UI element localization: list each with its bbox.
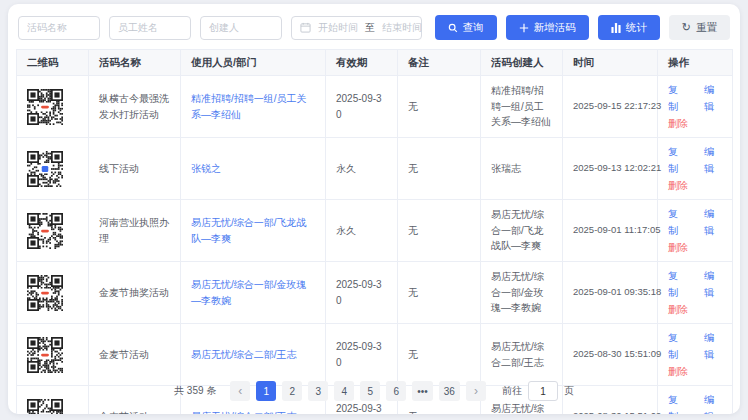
table-row: 纵横古今最强洗发水打折活动 精准招聘/招聘一组/员工关系—李绍仙 2025-09… — [17, 76, 733, 138]
created-time-cell: 2025-09-01 11:17:05 — [563, 200, 658, 262]
column-header: 活码名称 — [89, 50, 181, 76]
copy-link[interactable]: 复制 — [668, 81, 686, 115]
creator-cell: 易店无忧/综合二部/王志 — [481, 324, 563, 386]
column-header: 操作 — [658, 50, 733, 76]
delete-link[interactable]: 删除 — [668, 301, 688, 318]
user-dept-link[interactable]: 张锐之 — [191, 163, 221, 174]
code-name-cell: 线下活动 — [89, 138, 181, 200]
live-code-panel: 开始时间 至 结束时间 查询 新增活码 — [8, 4, 740, 414]
delete-link[interactable]: 删除 — [668, 363, 688, 380]
reset-button[interactable]: ↻ 重置 — [669, 15, 730, 40]
code-name-cell: 金麦节活动 — [89, 324, 181, 386]
edit-link[interactable]: 编辑 — [704, 205, 722, 239]
code-name-cell: 纵横古今最强洗发水打折活动 — [89, 76, 181, 138]
creator-input[interactable] — [200, 16, 282, 40]
delete-link[interactable]: 删除 — [668, 177, 688, 194]
date-start-placeholder: 开始时间 — [318, 21, 358, 35]
search-icon — [448, 23, 458, 33]
column-header: 备注 — [398, 50, 481, 76]
qr-code-image — [27, 89, 78, 125]
page-button[interactable]: 6 — [386, 381, 406, 401]
copy-link[interactable]: 复制 — [668, 329, 686, 363]
qr-code-image — [27, 275, 78, 311]
page-button[interactable]: ••• — [412, 381, 433, 401]
copy-link[interactable]: 复制 — [668, 143, 686, 177]
page-jumper: 前往 页 — [502, 381, 574, 401]
table-row: 河南营业执照办理 易店无忧/综合一部/飞龙战队—李爽 永久 无 易店无忧/综合一… — [17, 200, 733, 262]
user-dept-link[interactable]: 精准招聘/招聘一组/员工关系—李绍仙 — [191, 93, 307, 120]
created-time-cell: 2025-09-01 09:35:18 — [563, 262, 658, 324]
prev-page-button[interactable]: ‹ — [230, 381, 250, 401]
column-header: 活码创建人 — [481, 50, 563, 76]
qr-code-image — [27, 151, 78, 187]
page-button[interactable]: 2 — [282, 381, 302, 401]
table-header-row: 二维码活码名称使用人员/部门有效期备注活码创建人时间操作 — [17, 50, 733, 76]
date-range-picker[interactable]: 开始时间 至 结束时间 — [291, 16, 422, 40]
qr-code-image — [27, 213, 78, 249]
page-number-buttons: 123456•••36 — [256, 381, 460, 401]
add-live-code-button[interactable]: 新增活码 — [506, 15, 589, 40]
user-dept-link[interactable]: 易店无忧/综合一部/金玫瑰—李教婉 — [191, 279, 307, 306]
validity-cell: 2025-09-30 — [326, 324, 398, 386]
code-name-input[interactable] — [18, 16, 100, 40]
validity-cell: 永久 — [326, 200, 398, 262]
filter-bar: 开始时间 至 结束时间 查询 新增活码 — [8, 4, 740, 49]
validity-cell: 2025-09-30 — [326, 262, 398, 324]
page-button[interactable]: 4 — [334, 381, 354, 401]
remark-cell: 无 — [398, 200, 481, 262]
live-code-table-wrap: 二维码活码名称使用人员/部门有效期备注活码创建人时间操作 纵横古今最强洗发水打折… — [8, 49, 740, 414]
table-row: 线下活动 张锐之 永久 无 张瑞志 2025-09-13 12:02:21 复制… — [17, 138, 733, 200]
page-button-active[interactable]: 1 — [256, 381, 276, 401]
code-name-cell: 河南营业执照办理 — [89, 200, 181, 262]
page-unit-label: 页 — [564, 384, 574, 398]
copy-link[interactable]: 复制 — [668, 205, 686, 239]
plus-icon — [519, 23, 529, 33]
column-header: 有效期 — [326, 50, 398, 76]
column-header: 时间 — [563, 50, 658, 76]
goto-label: 前往 — [502, 384, 522, 398]
bar-chart-icon — [611, 23, 621, 33]
user-dept-link[interactable]: 易店无忧/综合二部/王志 — [191, 411, 297, 414]
created-time-cell: 2025-09-13 12:02:21 — [563, 138, 658, 200]
page-button[interactable]: 5 — [360, 381, 380, 401]
remark-cell: 无 — [398, 262, 481, 324]
pagination: 共 359 条 ‹ 123456•••36 › 前往 页 — [8, 381, 740, 401]
edit-link[interactable]: 编辑 — [704, 267, 722, 301]
edit-link[interactable]: 编辑 — [704, 81, 722, 115]
delete-link[interactable]: 删除 — [668, 115, 688, 132]
remark-cell: 无 — [398, 76, 481, 138]
delete-link[interactable]: 删除 — [668, 239, 688, 256]
next-page-button[interactable]: › — [466, 381, 486, 401]
page-button[interactable]: 3 — [308, 381, 328, 401]
remark-cell: 无 — [398, 138, 481, 200]
copy-link[interactable]: 复制 — [668, 267, 686, 301]
user-dept-link[interactable]: 易店无忧/综合一部/飞龙战队—李爽 — [191, 217, 307, 244]
column-header: 使用人员/部门 — [181, 50, 326, 76]
validity-cell: 2025-09-30 — [326, 76, 398, 138]
created-time-cell: 2025-09-15 22:17:23 — [563, 76, 658, 138]
live-code-table: 二维码活码名称使用人员/部门有效期备注活码创建人时间操作 纵横古今最强洗发水打折… — [16, 49, 733, 414]
date-end-placeholder: 结束时间 — [382, 21, 422, 35]
date-separator: 至 — [365, 21, 375, 35]
created-time-cell: 2025-08-30 15:51:09 — [563, 324, 658, 386]
creator-cell: 易店无忧/综合一部/金玫瑰—李教婉 — [481, 262, 563, 324]
table-row: 金麦节活动 易店无忧/综合二部/王志 2025-09-30 无 易店无忧/综合二… — [17, 324, 733, 386]
user-dept-link[interactable]: 易店无忧/综合二部/王志 — [191, 349, 297, 360]
total-count: 共 359 条 — [174, 384, 216, 398]
validity-cell: 永久 — [326, 138, 398, 200]
refresh-icon: ↻ — [682, 22, 691, 33]
qr-code-image — [27, 337, 78, 373]
edit-link[interactable]: 编辑 — [704, 143, 722, 177]
creator-cell: 张瑞志 — [481, 138, 563, 200]
page-button[interactable]: 36 — [439, 381, 460, 401]
calendar-icon — [300, 22, 311, 33]
remark-cell: 无 — [398, 324, 481, 386]
creator-cell: 易店无忧/综合一部/飞龙战队—李爽 — [481, 200, 563, 262]
column-header: 二维码 — [17, 50, 89, 76]
employee-name-input[interactable] — [109, 16, 191, 40]
creator-cell: 精准招聘/招聘一组/员工关系—李绍仙 — [481, 76, 563, 138]
statistics-button[interactable]: 统计 — [598, 15, 660, 40]
goto-page-input[interactable] — [528, 381, 558, 401]
edit-link[interactable]: 编辑 — [704, 329, 722, 363]
search-button[interactable]: 查询 — [435, 15, 497, 40]
